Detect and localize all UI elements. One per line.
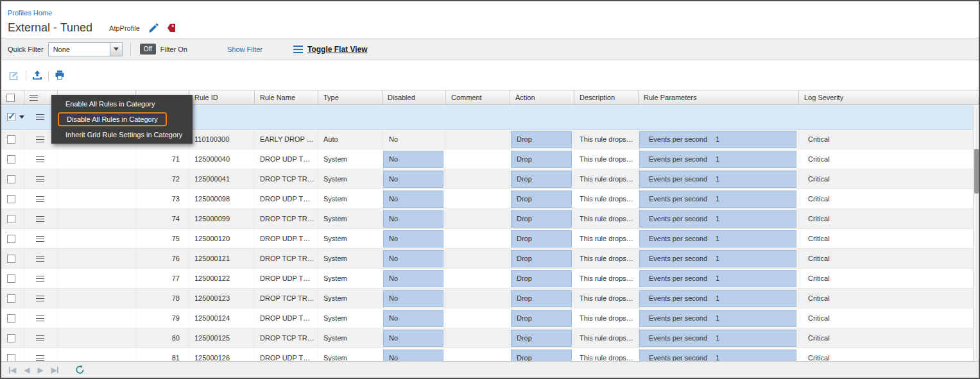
row-checkbox[interactable] [7, 215, 15, 223]
rule-parameters-box[interactable]: Events per second 1 [639, 210, 796, 228]
filter-toggle-button[interactable]: Off [140, 44, 156, 55]
select-all-checkbox[interactable] [6, 94, 15, 102]
disabled-value-box[interactable]: No [383, 350, 443, 362]
drag-handle-icon[interactable] [36, 156, 44, 162]
category-row-checkbox[interactable] [7, 113, 15, 121]
row-checkbox[interactable] [7, 274, 15, 283]
header-comment[interactable]: Comment [446, 90, 510, 105]
disabled-value-box[interactable]: No [383, 151, 443, 168]
action-value-box[interactable]: Drop [511, 350, 572, 362]
row-checkbox[interactable] [7, 354, 15, 362]
upload-icon[interactable] [32, 70, 42, 80]
disabled-value-box[interactable]: No [383, 210, 443, 228]
rule-parameters-box[interactable]: Events per second 1 [639, 190, 796, 208]
menu-item-inherit-grid[interactable]: Inherit Grid Rule Settings in Category [51, 128, 193, 142]
toggle-flat-view-link[interactable]: Toggle Flat View [307, 45, 368, 54]
pencil-icon[interactable] [148, 23, 159, 33]
row-checkbox[interactable] [7, 235, 15, 243]
rule-parameters-box[interactable]: Events per second 1 [639, 171, 796, 188]
action-value-box[interactable]: Drop [511, 310, 572, 327]
breadcrumb-profiles-home[interactable]: Profiles Home [8, 9, 52, 17]
drag-handle-icon[interactable] [36, 216, 44, 222]
table-row[interactable]: 78 125000123 DROP TCP TR… System No Drop… [1, 289, 979, 308]
row-checkbox[interactable] [7, 255, 15, 263]
drag-handle-icon[interactable] [36, 236, 44, 242]
table-row[interactable]: 77 125000122 DROP UDP T… System No Drop … [1, 269, 979, 289]
header-type[interactable]: Type [318, 90, 383, 105]
drag-handle-icon[interactable] [36, 276, 44, 282]
action-value-box[interactable]: Drop [511, 270, 572, 287]
chevron-down-icon[interactable] [19, 115, 24, 119]
header-action[interactable]: Action [510, 90, 574, 105]
action-value-box[interactable]: Drop [511, 190, 572, 208]
action-value-box[interactable]: Drop [511, 330, 572, 347]
disabled-value-box[interactable]: No [383, 230, 443, 248]
drag-handle-icon[interactable] [36, 355, 44, 361]
menu-item-disable-all[interactable]: Disable All Rules in Category [51, 111, 193, 128]
drag-handle-icon[interactable] [36, 196, 44, 202]
action-value-box[interactable]: Drop [511, 151, 572, 168]
row-checkbox[interactable] [7, 314, 15, 323]
rule-parameters-box[interactable]: Events per second 1 [639, 330, 796, 347]
rule-parameters-box[interactable]: Events per second 1 [639, 350, 796, 362]
action-value-box[interactable]: Drop [511, 250, 572, 267]
table-row[interactable]: 71 125000040 DROP UDP T… System No Drop … [1, 149, 979, 169]
table-row[interactable]: 79 125000124 DROP UDP T… System No Drop … [1, 308, 979, 328]
disabled-value-box[interactable]: No [383, 330, 443, 347]
drag-handle-icon[interactable] [36, 137, 44, 142]
print-icon[interactable] [55, 70, 65, 80]
hamburger-icon[interactable] [36, 114, 44, 120]
refresh-icon[interactable] [75, 365, 85, 375]
table-row[interactable]: 75 125000120 DROP UDP T… System No Drop … [1, 229, 979, 249]
action-value-box[interactable]: Drop [511, 230, 572, 248]
bookmark-icon[interactable] [167, 23, 176, 33]
edit-icon[interactable] [9, 70, 20, 80]
action-value-box[interactable]: Drop [511, 131, 572, 148]
show-filter-link[interactable]: Show Filter [227, 46, 262, 53]
last-page-icon[interactable]: ▶ [51, 366, 58, 375]
rule-parameters-box[interactable]: Events per second 1 [639, 131, 796, 148]
quick-filter-dropdown-button[interactable] [110, 43, 122, 56]
rule-parameters-box[interactable]: Events per second 1 [639, 230, 796, 248]
header-description[interactable]: Description [574, 90, 639, 105]
quick-filter-select[interactable]: None [48, 42, 123, 56]
header-rule-parameters[interactable]: Rule Parameters [639, 90, 799, 105]
row-checkbox[interactable] [7, 294, 15, 303]
drag-handle-icon[interactable] [36, 316, 44, 321]
table-row[interactable]: 72 125000041 DROP TCP TR… System No Drop… [1, 169, 979, 189]
table-row[interactable]: 73 125000098 DROP UDP T… System No Drop … [1, 189, 979, 209]
menu-item-enable-all[interactable]: Enable All Rules in Category [51, 97, 193, 111]
rule-parameters-box[interactable]: Events per second 1 [639, 250, 796, 267]
vertical-scrollbar[interactable] [973, 105, 979, 361]
drag-handle-icon[interactable] [36, 176, 44, 182]
table-row[interactable]: 81 125000126 DROP UDP T… System No Drop … [1, 348, 979, 361]
drag-handle-icon[interactable] [36, 296, 44, 301]
scrollbar-thumb[interactable] [974, 149, 979, 194]
header-disabled[interactable]: Disabled [383, 90, 446, 105]
table-row[interactable]: 76 125000121 DROP TCP TR… System No Drop… [1, 249, 979, 269]
disabled-value-box[interactable]: No [383, 290, 443, 307]
next-page-icon[interactable]: ▶ [37, 366, 43, 375]
table-row[interactable]: 80 125000125 DROP TCP TR… System No Drop… [1, 328, 979, 348]
action-value-box[interactable]: Drop [511, 290, 572, 307]
disabled-value-box[interactable]: No [383, 250, 443, 267]
action-value-box[interactable]: Drop [511, 171, 572, 188]
rule-parameters-box[interactable]: Events per second 1 [639, 151, 796, 168]
row-checkbox[interactable] [7, 175, 15, 183]
action-value-box[interactable]: Drop [511, 210, 572, 228]
row-checkbox[interactable] [7, 195, 15, 203]
disabled-value-box[interactable]: No [383, 270, 443, 287]
disabled-value-box[interactable]: No [383, 310, 443, 327]
disabled-value-box[interactable]: No [383, 131, 443, 148]
disabled-value-box[interactable]: No [383, 171, 443, 188]
header-rule-id[interactable]: Rule ID [189, 90, 255, 105]
first-page-icon[interactable]: ◀ [9, 366, 16, 375]
row-checkbox[interactable] [7, 155, 15, 164]
row-checkbox[interactable] [7, 334, 15, 342]
header-rule-name[interactable]: Rule Name [255, 90, 318, 105]
row-checkbox[interactable] [7, 135, 15, 144]
rule-parameters-box[interactable]: Events per second 1 [639, 270, 796, 287]
disabled-value-box[interactable]: No [383, 190, 443, 208]
drag-handle-icon[interactable] [36, 256, 44, 262]
rule-parameters-box[interactable]: Events per second 1 [639, 310, 796, 327]
